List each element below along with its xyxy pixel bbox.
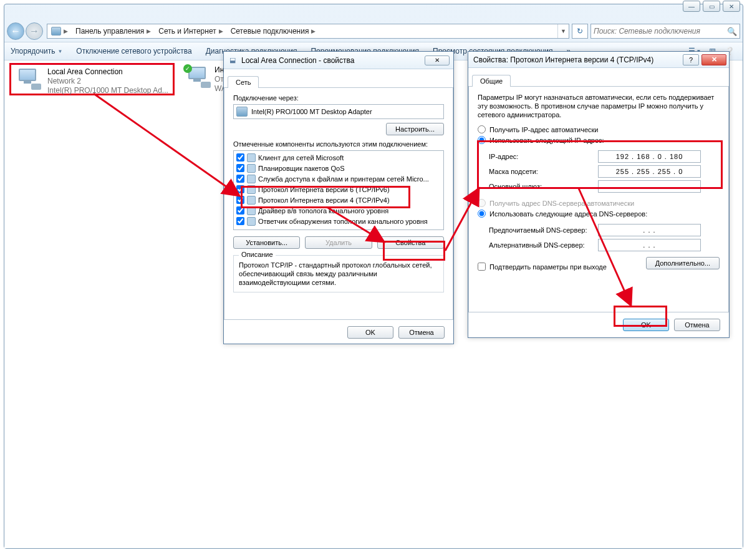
component-item: Драйвер в/в тополога канального уровня [235,205,442,216]
ipv4-properties-dialog: Свойства: Протокол Интернета версии 4 (T… [468,51,730,338]
ip-input[interactable]: 192 . 168 . 0 . 180 [598,150,701,163]
component-item-ipv4: Протокол Интернета версии 4 (TCP/IPv4) [235,195,442,205]
lan-icon: ✓ [185,65,212,89]
lac-properties-dialog: ⬓ Local Area Connection - свойства ✕ Сет… [223,51,454,344]
back-button[interactable]: ← [7,22,24,40]
connection-adapter: Intel(R) PRO/1000 MT Desktop Ad... [47,86,169,95]
adapter-name: Intel(R) PRO/1000 MT Desktop Adapter [251,108,372,115]
help-button[interactable]: ? [683,54,699,65]
connect-via-label: Подключение через: [233,94,444,102]
search-icon[interactable]: 🔍 [727,27,737,36]
component-checkbox[interactable] [236,206,244,215]
close-button[interactable]: ✕ [425,56,450,65]
dialog-titlebar[interactable]: Свойства: Протокол Интернета версии 4 (T… [468,52,729,68]
component-item: Служба доступа к файлам и принтерам сете… [235,173,442,184]
radio-static-ip[interactable]: Использовать следующий IP-адрес: [478,136,720,144]
component-checkbox[interactable] [236,175,244,183]
dns2-label: Альтернативный DNS-сервер: [489,241,598,249]
components-list[interactable]: Клиент для сетей Microsoft Планировщик п… [233,150,444,230]
lan-icon [15,67,42,91]
breadcrumb-network-internet[interactable]: Сеть и Интернет▶ [155,24,226,38]
minimize-button[interactable]: — [683,1,700,12]
adapter-field[interactable]: Intel(R) PRO/1000 MT Desktop Adapter [233,104,444,119]
dns2-input[interactable]: . . . [598,239,701,251]
component-icon [247,217,256,226]
breadcrumb-network-connections[interactable]: Сетевые подключения▶ [227,24,320,38]
tab-general[interactable]: Общие [472,75,511,87]
organize-menu[interactable]: Упорядочить▼ [11,47,62,56]
description-legend: Описание [239,251,276,258]
component-item: Клиент для сетей Microsoft [235,152,442,163]
component-checkbox[interactable] [236,185,244,193]
refresh-button[interactable]: ↻ [572,24,588,39]
close-button[interactable]: ✕ [701,54,726,65]
breadcrumb-control-panel[interactable]: Панель управления▶ [72,24,155,38]
connection-item-lac[interactable]: Local Area Connection Network 2 Intel(R)… [9,63,175,95]
check-badge-icon: ✓ [183,64,192,73]
cancel-button[interactable]: Отмена [674,319,720,331]
network-icon [51,27,61,36]
ok-button[interactable]: OK [623,319,669,331]
adapter-icon [236,107,248,117]
dns1-label: Предпочитаемый DNS-сервер: [489,226,598,234]
search-input[interactable] [594,27,725,36]
connection-name: Local Area Connection [47,67,169,77]
component-checkbox[interactable] [236,217,244,225]
dns1-input[interactable]: . . . [598,224,701,236]
component-item: Планировщик пакетов QoS [235,163,442,173]
cancel-button[interactable]: Отмена [398,326,445,339]
install-button[interactable]: Установить... [233,236,300,249]
component-checkbox[interactable] [236,164,244,172]
mask-label: Маска подсети: [489,168,598,175]
tab-strip: Сеть [224,73,453,88]
description-text: Протокол TCP/IP - стандартный протокол г… [239,261,438,287]
search-box[interactable]: 🔍 [590,24,740,39]
ip-label: IP-адрес: [489,153,598,160]
mask-input[interactable]: 255 . 255 . 255 . 0 [598,165,701,178]
forward-button[interactable]: → [26,22,43,40]
address-dropdown-icon[interactable]: ▼ [557,24,569,38]
uninstall-button: Удалить [305,236,372,249]
component-icon [247,175,256,183]
gateway-input[interactable]: . . . [598,180,701,193]
component-item-ipv6: Протокол Интернета версии 6 (TCP/IPv6) [235,184,442,195]
radio-static-dns[interactable]: Использовать следующие адреса DNS-сервер… [478,210,720,218]
connection-network: Network 2 [47,77,169,86]
dialog-title: Local Area Connection - свойства [241,56,354,65]
info-text: Параметры IP могут назначаться автоматич… [478,93,720,119]
advanced-button[interactable]: Дополнительно... [646,257,720,269]
dialog-title: Свойства: Протокол Интернета версии 4 (T… [471,56,653,64]
components-label: Отмеченные компоненты используются этим … [233,140,444,148]
dialog-titlebar[interactable]: ⬓ Local Area Connection - свойства ✕ [224,52,453,69]
validate-checkbox[interactable] [478,263,486,271]
window-controls: — ▭ ✕ [680,1,740,12]
tab-strip: Общие [468,72,729,87]
tab-network[interactable]: Сеть [228,76,259,88]
component-icon [247,206,256,215]
disable-device-button[interactable]: Отключение сетевого устройства [76,47,191,56]
description-group: Описание Протокол TCP/IP - стандартный п… [233,255,444,292]
component-icon [247,185,256,194]
properties-button[interactable]: Свойства [377,236,444,249]
breadcrumb-bar[interactable]: ▶ Панель управления▶ Сеть и Интернет▶ Се… [47,24,569,39]
ok-button[interactable]: OK [347,326,393,339]
component-icon [247,164,256,173]
component-checkbox[interactable] [236,196,244,204]
maximize-button[interactable]: ▭ [703,1,720,12]
component-item: Ответчик обнаружения топологии канальног… [235,216,442,226]
network-icon: ⬓ [228,56,238,65]
component-icon [247,153,256,162]
close-button[interactable]: ✕ [723,1,740,12]
radio-auto-ip[interactable]: Получить IP-адрес автоматически [478,125,720,133]
gateway-label: Основной шлюз: [489,183,598,190]
configure-button[interactable]: Настроить... [386,123,444,135]
breadcrumb-icon[interactable]: ▶ [47,24,72,38]
component-icon [247,196,256,205]
component-checkbox[interactable] [236,153,244,162]
connection-item-2[interactable]: ✓ Ин... Отк... WA... [181,63,228,95]
address-row: ← → ▶ Панель управления▶ Сеть и Интернет… [7,22,740,41]
radio-auto-dns: Получить адрес DNS-сервера автоматически [478,199,720,207]
